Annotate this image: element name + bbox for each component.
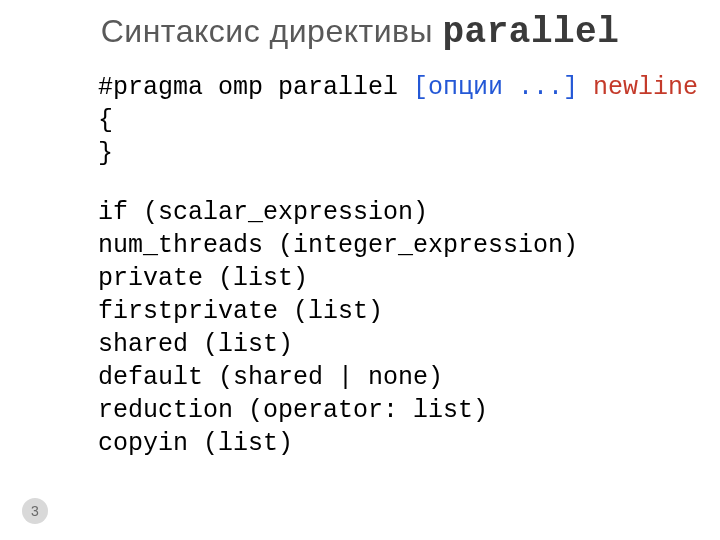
code-line: private (list) bbox=[98, 262, 720, 295]
code-content: #pragma omp parallel [опции ...] newline… bbox=[0, 71, 720, 460]
code-line: } bbox=[98, 137, 720, 170]
code-line: firstprivate (list) bbox=[98, 295, 720, 328]
pragma-text: #pragma omp parallel bbox=[98, 73, 413, 102]
page-number-text: 3 bbox=[31, 503, 39, 519]
pragma-block: #pragma omp parallel [опции ...] newline… bbox=[98, 71, 720, 170]
slide-title: Синтаксис директивы parallel bbox=[0, 12, 720, 53]
code-line: #pragma omp parallel [опции ...] newline bbox=[98, 71, 720, 104]
page-number: 3 bbox=[22, 498, 48, 524]
spacer bbox=[578, 73, 593, 102]
options-text: [опции ...] bbox=[413, 73, 578, 102]
options-block: if (scalar_expression) num_threads (inte… bbox=[98, 196, 720, 460]
newline-keyword: newline bbox=[593, 73, 698, 102]
code-line: shared (list) bbox=[98, 328, 720, 361]
code-line: reduction (operator: list) bbox=[98, 394, 720, 427]
code-line: num_threads (integer_expression) bbox=[98, 229, 720, 262]
code-line: { bbox=[98, 104, 720, 137]
title-mono: parallel bbox=[442, 12, 619, 53]
code-line: copyin (list) bbox=[98, 427, 720, 460]
slide: Синтаксис директивы parallel #pragma omp… bbox=[0, 0, 720, 540]
title-text: Синтаксис директивы bbox=[101, 13, 443, 49]
code-line: if (scalar_expression) bbox=[98, 196, 720, 229]
code-line: default (shared | none) bbox=[98, 361, 720, 394]
